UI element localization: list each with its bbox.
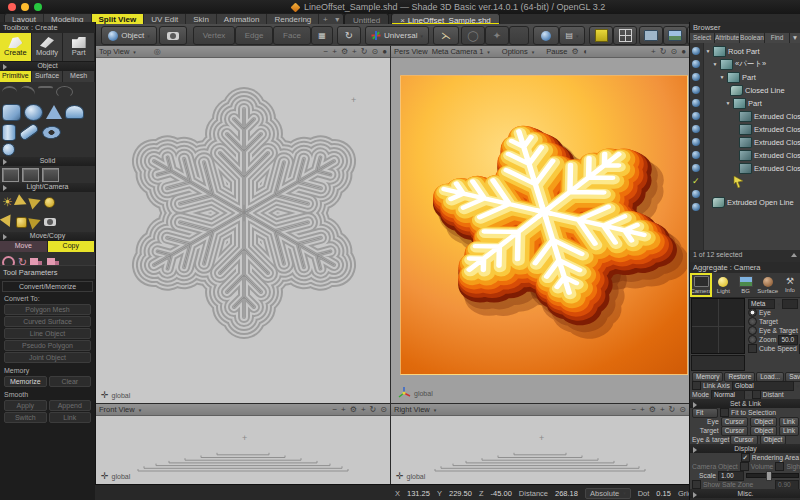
checkbox-icon[interactable] [752,390,761,399]
render-globe-icon[interactable] [533,26,559,45]
visibility-toggle[interactable] [692,86,700,94]
mode-dropdown[interactable]: Normal [711,390,745,400]
hemisphere-icon[interactable] [65,105,84,119]
tree-row[interactable]: Closed Line [703,84,800,96]
options-menu[interactable]: Options [502,47,528,56]
cylinder-icon[interactable] [2,124,16,141]
checkbox-checked-icon[interactable]: ✓ [741,453,750,462]
view-gear-icon[interactable]: ⚙ [649,406,656,414]
radio-icon[interactable] [748,308,757,317]
visibility-toggle[interactable] [692,99,700,107]
subtab-move[interactable]: Move [0,241,48,252]
sphere-icon[interactable] [24,104,43,121]
torus-icon[interactable] [40,124,63,140]
slider-thumb[interactable] [766,471,772,481]
orbit-icon[interactable]: ↻ [361,48,368,56]
small-sphere-icon[interactable] [2,143,15,156]
rotate-tool-icon[interactable]: ↻ [337,26,361,45]
panel-image-icon[interactable] [663,26,687,45]
wireframe-grid-icon[interactable] [613,26,637,45]
camera-mode-button[interactable] [159,26,187,45]
scale-field[interactable]: 1.00 [718,471,744,481]
memorize-button[interactable]: Memorize [4,376,47,387]
spotlight-icon[interactable] [28,194,42,209]
zoom-in-icon[interactable]: + [332,48,337,56]
pan-icon[interactable]: + [660,406,665,414]
browser-tab-find[interactable]: Find [765,33,790,43]
panel-table-icon[interactable] [639,26,663,45]
zoom-out-icon[interactable]: − [324,48,329,56]
render-settings-icon[interactable]: ▤▾ [559,26,585,45]
tree-row[interactable]: ▼Part [703,97,800,109]
section-solid[interactable]: Solid [0,157,95,166]
visibility-toggle[interactable] [692,190,700,198]
filter-funnel-icon[interactable]: ▼ [790,33,800,43]
skeleton-tool-icon[interactable]: ⋋ [433,26,459,45]
directional-light-icon[interactable] [0,214,15,229]
visibility-toggle[interactable] [692,151,700,159]
magnify-icon[interactable]: ⊙ [679,406,686,414]
object-mode-button[interactable]: Object▾ [101,26,157,45]
top-view-title[interactable]: Top View [99,47,129,56]
collapse-arrow-icon[interactable] [791,253,797,257]
pan-icon[interactable]: + [651,48,656,56]
toolbox-header[interactable]: Toolbox : Create [0,22,95,33]
view-gear-icon[interactable]: ⚙ [350,406,357,414]
pers-view-title[interactable]: Pers View [394,47,428,56]
zoom-out-icon[interactable]: − [332,406,337,414]
radio-zoom-row[interactable]: Zoom50.0 [746,335,800,344]
misc-section-bar[interactable]: Misc. [690,489,800,498]
comment-icon[interactable]: ◖ [583,48,588,56]
magnify-icon[interactable]: ⊙ [371,48,378,56]
grid-toggle-icon[interactable] [589,26,613,45]
checkbox-icon[interactable] [748,344,757,353]
tree-cursor-row[interactable] [703,176,800,188]
view-settings-icon[interactable]: ◎ [154,48,161,56]
visibility-toggle[interactable] [692,125,700,133]
render-gear-icon[interactable]: ⚙ [572,48,579,56]
orbit-icon[interactable]: ↻ [669,406,676,414]
visibility-toggle[interactable] [692,164,700,172]
subtab-mesh[interactable]: Mesh [63,71,95,82]
cone-icon[interactable] [46,105,62,119]
magnify-icon[interactable]: ⊙ [670,48,677,56]
pan-icon[interactable]: + [352,48,357,56]
union-icon[interactable] [2,168,19,182]
subtab-primitive[interactable]: Primitive [0,71,32,82]
aggregate-tab-info[interactable]: ⚒Info [779,273,800,297]
visibility-toggle[interactable] [692,203,700,211]
orbit-icon[interactable]: ↻ [370,406,377,414]
radio-target-row[interactable]: Target [746,317,800,326]
camera-trackpad[interactable] [691,298,745,354]
zoom-in-icon[interactable]: + [640,406,645,414]
aggregate-tab-light[interactable]: Light [712,273,734,297]
zoom-value-field[interactable]: 50.0 [778,335,798,345]
subtab-copy[interactable]: Copy [48,241,96,252]
tool-parameters-header[interactable]: Tool Parameters [0,266,95,279]
checkbox-icon[interactable] [692,480,701,489]
viewport-pers[interactable]: Pers View Meta Camera 1▾ Options▾ Pause … [391,46,689,403]
capsule-icon[interactable] [18,122,40,142]
tree-row[interactable]: ▼Root Part [703,45,800,57]
magnify-icon[interactable]: ⊙ [380,406,387,414]
browser-tab-select[interactable]: Select [690,33,715,43]
front-view-title[interactable]: Front View [99,405,135,414]
expand-icon[interactable]: ▼ [705,48,711,54]
aggregate-tab-surface[interactable]: Surface [757,273,779,297]
point-light-icon[interactable]: ☀ [2,196,13,208]
visibility-toggle[interactable] [692,112,700,120]
toolbox-tab-modify[interactable]: Modify [32,33,64,61]
visibility-toggle[interactable] [692,73,700,81]
section-move-copy[interactable]: Move/Copy [0,232,95,241]
radio-icon[interactable] [748,317,757,326]
set-link-section-bar[interactable]: Set & Link [690,399,800,408]
coordinate-mode-dropdown[interactable]: Absolute▾ [585,488,631,499]
fit-button[interactable]: Fit [692,408,718,418]
tree-row[interactable]: ▼«パート» [703,58,800,70]
zoom-out-icon[interactable]: − [631,406,636,414]
aggregate-header[interactable]: Aggregate : Camera [690,262,800,273]
minimize-button[interactable] [21,3,29,11]
radio-icon[interactable] [748,335,757,344]
section-light-camera[interactable]: Light/Camera [0,183,95,192]
toolbox-tab-create[interactable]: Create [0,33,32,61]
